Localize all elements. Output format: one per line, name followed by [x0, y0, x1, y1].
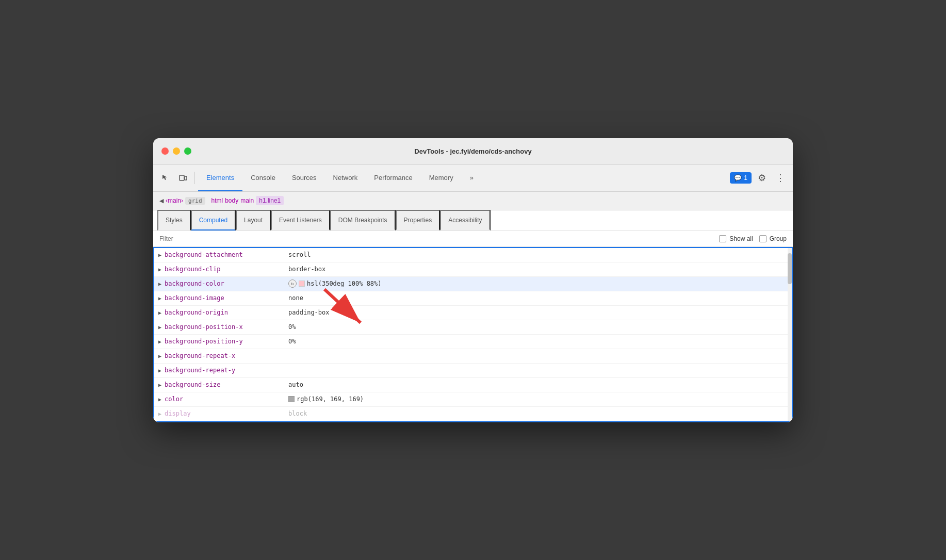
color-swatch[interactable]	[299, 281, 305, 287]
inherit-icon[interactable]: ↻	[288, 279, 297, 288]
color-swatch[interactable]	[288, 396, 295, 402]
subtab-properties[interactable]: Properties	[396, 210, 441, 230]
main-content: Show all Group ▶ background-attachment s…	[153, 231, 793, 422]
expand-triangle[interactable]: ▶	[158, 339, 161, 344]
prop-name: background-position-y	[165, 338, 288, 345]
expand-triangle[interactable]: ▶	[158, 310, 161, 316]
window-title: DevTools - jec.fyi/demo/cds-anchovy	[414, 147, 531, 155]
filter-bar: Show all Group	[153, 231, 793, 247]
prop-name: background-image	[165, 294, 288, 302]
show-all-checkbox[interactable]	[719, 235, 726, 242]
prop-value: 0%	[288, 338, 788, 345]
prop-name: background-color	[165, 280, 288, 287]
prop-row-background-attachment[interactable]: ▶ background-attachment scroll	[154, 248, 792, 262]
gear-icon: ⚙	[758, 172, 766, 184]
toolbar-right: 💬 1 ⚙ ⋮	[730, 170, 789, 186]
close-button[interactable]	[161, 147, 169, 155]
main-tabs: Elements Console Sources Network Perform…	[198, 164, 729, 191]
prop-value: block	[288, 410, 788, 417]
expand-triangle[interactable]: ▶	[158, 252, 161, 258]
expand-triangle[interactable]: ▶	[158, 281, 161, 287]
device-toolbar-button[interactable]	[175, 170, 191, 186]
minimize-button[interactable]	[173, 147, 180, 155]
prop-row-background-size[interactable]: ▶ background-size auto	[154, 378, 792, 392]
more-options-button[interactable]: ⋮	[772, 170, 789, 186]
chat-badge-button[interactable]: 💬 1	[730, 172, 752, 184]
prop-value: rgb(169, 169, 169)	[288, 396, 788, 403]
expand-triangle[interactable]: ▶	[158, 353, 161, 359]
inspect-element-button[interactable]	[157, 170, 174, 186]
prop-value: auto	[288, 381, 788, 388]
subtab-dom-breakpoints[interactable]: DOM Breakpoints	[330, 210, 396, 230]
subtab-event-listeners[interactable]: Event Listeners	[271, 210, 330, 230]
breadcrumb-main[interactable]: main	[240, 197, 254, 204]
prop-value: padding-box	[288, 309, 788, 316]
prop-row-background-origin[interactable]: ▶ background-origin padding-box	[154, 306, 792, 320]
prop-name: background-attachment	[165, 251, 288, 258]
scrollbar-thumb[interactable]	[788, 253, 792, 284]
expand-triangle[interactable]: ▶	[158, 295, 161, 301]
maximize-button[interactable]	[184, 147, 191, 155]
subtab-styles[interactable]: Styles	[157, 210, 191, 230]
show-all-label[interactable]: Show all	[719, 235, 753, 242]
subtabs: Styles Computed Layout Event Listeners D…	[153, 210, 793, 231]
main-toolbar: Elements Console Sources Network Perform…	[153, 165, 793, 192]
subtab-accessibility[interactable]: Accessibility	[440, 210, 490, 230]
group-checkbox[interactable]	[759, 235, 766, 242]
property-list[interactable]: ▶ background-attachment scroll ▶ backgro…	[153, 247, 793, 422]
prop-name: color	[165, 396, 288, 403]
prop-row-background-repeat-y[interactable]: ▶ background-repeat-y	[154, 364, 792, 378]
more-icon: ⋮	[776, 172, 785, 184]
breadcrumb-arrow: ◀	[159, 197, 164, 204]
prop-row-background-position-x[interactable]: ▶ background-position-x 0%	[154, 320, 792, 335]
prop-value: border-box	[288, 266, 788, 273]
prop-row-background-repeat-x[interactable]: ▶ background-repeat-x	[154, 349, 792, 364]
traffic-lights	[161, 147, 191, 155]
devtools-window: DevTools - jec.fyi/demo/cds-anchovy Elem…	[153, 138, 793, 422]
prop-value: ↻ hsl(350deg 100% 88%)	[288, 279, 788, 288]
scrollbar-track[interactable]	[788, 248, 792, 421]
prop-name: background-clip	[165, 266, 288, 273]
breadcrumb-item-main-tag[interactable]: ‹main›	[166, 197, 183, 204]
prop-name: background-position-x	[165, 323, 288, 331]
prop-row-background-color[interactable]: ▶ background-color ↻ hsl(350deg 100% 88%…	[154, 277, 792, 291]
expand-triangle[interactable]: ▶	[158, 324, 161, 330]
expand-triangle[interactable]: ▶	[158, 382, 161, 388]
settings-button[interactable]: ⚙	[754, 170, 770, 186]
prop-value: 0%	[288, 323, 788, 331]
toolbar-separator	[194, 172, 195, 184]
prop-row-background-clip[interactable]: ▶ background-clip border-box	[154, 262, 792, 277]
breadcrumb-h1[interactable]: h1.line1	[256, 196, 284, 205]
filter-input[interactable]	[159, 235, 715, 242]
prop-row-background-image[interactable]: ▶ background-image none	[154, 291, 792, 306]
prop-value: scroll	[288, 251, 788, 258]
prop-row-display[interactable]: ▶ display block	[154, 407, 792, 421]
tab-memory[interactable]: Memory	[421, 164, 462, 191]
prop-name: background-size	[165, 381, 288, 388]
prop-row-background-position-y[interactable]: ▶ background-position-y 0%	[154, 335, 792, 349]
expand-triangle[interactable]: ▶	[158, 267, 161, 272]
titlebar: DevTools - jec.fyi/demo/cds-anchovy	[153, 138, 793, 165]
prop-row-color[interactable]: ▶ color rgb(169, 169, 169)	[154, 392, 792, 407]
subtab-computed[interactable]: Computed	[191, 210, 236, 230]
tab-sources[interactable]: Sources	[284, 164, 325, 191]
group-label[interactable]: Group	[759, 235, 787, 242]
chat-icon: 💬	[734, 174, 742, 182]
tab-more[interactable]: »	[462, 164, 482, 191]
subtab-layout[interactable]: Layout	[236, 210, 271, 230]
breadcrumb-grid-tag: grid	[185, 197, 205, 205]
tab-console[interactable]: Console	[242, 164, 284, 191]
expand-triangle[interactable]: ▶	[158, 368, 161, 373]
breadcrumb-bar: ◀ ‹main› grid html body main h1.line1	[153, 192, 793, 210]
expand-triangle[interactable]: ▶	[158, 411, 161, 417]
expand-triangle[interactable]: ▶	[158, 397, 161, 402]
tab-network[interactable]: Network	[325, 164, 366, 191]
prop-name: background-repeat-y	[165, 367, 288, 374]
tab-elements[interactable]: Elements	[198, 164, 242, 191]
svg-rect-1	[185, 176, 187, 180]
tab-performance[interactable]: Performance	[366, 164, 420, 191]
prop-name: display	[165, 410, 288, 417]
breadcrumb-html[interactable]: html	[211, 197, 223, 204]
breadcrumb-body[interactable]: body	[225, 197, 238, 204]
prop-name: background-repeat-x	[165, 352, 288, 359]
